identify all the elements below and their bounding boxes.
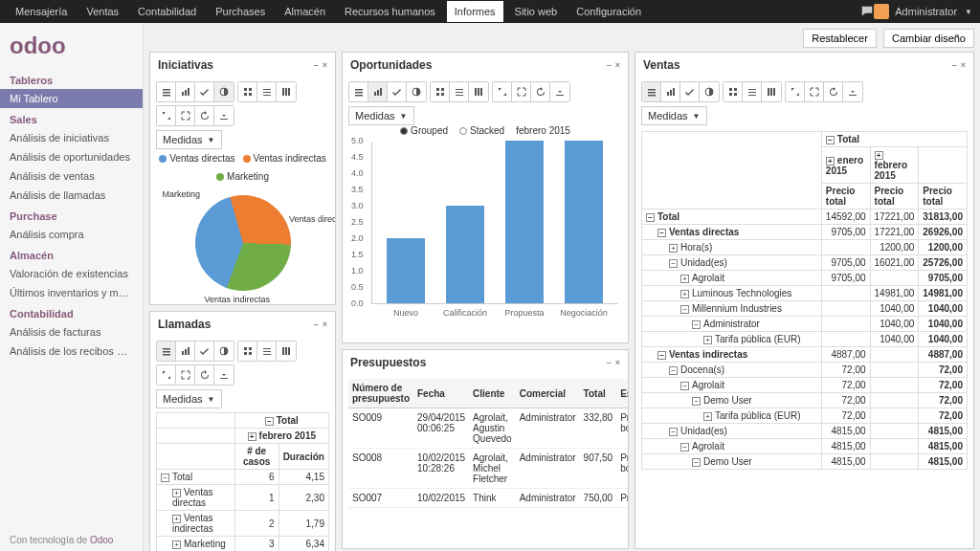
sidebar-item[interactable]: Análisis de los recibos de ... (0, 342, 143, 361)
half-icon[interactable] (700, 82, 719, 101)
svg-rect-41 (436, 88, 439, 91)
grid-icon[interactable] (431, 82, 450, 101)
reset-button[interactable]: Restablecer (803, 29, 877, 48)
menu-ventas[interactable]: Ventas (78, 1, 126, 22)
lines-icon[interactable] (257, 82, 277, 101)
expand-icon[interactable] (157, 106, 176, 125)
cols-icon[interactable] (762, 82, 781, 101)
close-icon[interactable]: × (323, 60, 327, 70)
minimize-icon[interactable]: – (314, 320, 319, 329)
menu-recursos humanos[interactable]: Recursos humanos (337, 1, 443, 22)
svg-rect-35 (355, 92, 363, 94)
change-layout-button[interactable]: Cambiar diseño (883, 29, 974, 48)
cols-icon[interactable] (277, 342, 296, 361)
measures-dropdown[interactable]: Medidas▼ (156, 389, 222, 408)
bar-icon[interactable] (661, 82, 680, 101)
refresh-icon[interactable] (195, 365, 214, 385)
svg-rect-49 (478, 88, 479, 96)
expand-icon[interactable] (493, 82, 512, 101)
svg-rect-64 (748, 95, 756, 96)
menu-sitio web[interactable]: Sitio web (507, 1, 566, 22)
measures-dropdown[interactable]: Medidas▼ (641, 106, 707, 125)
measures-dropdown[interactable]: Medidas▼ (156, 130, 222, 149)
minimize-icon[interactable]: – (607, 60, 612, 70)
full-icon[interactable] (805, 82, 824, 101)
check-icon[interactable] (680, 82, 700, 101)
sidebar-item[interactable]: Análisis de llamadas (0, 186, 143, 205)
menu-contabilidad[interactable]: Contabilidad (130, 1, 204, 22)
panel-title: Presupuestos (350, 356, 426, 369)
menu-almacén[interactable]: Almacén (277, 1, 333, 22)
lines-icon[interactable] (743, 82, 762, 101)
measures-dropdown[interactable]: Medidas▼ (348, 106, 414, 125)
list-icon[interactable] (157, 82, 176, 101)
svg-rect-30 (263, 354, 271, 355)
menu-configuración[interactable]: Configuración (568, 1, 649, 22)
sidebar-item[interactable]: Análisis de facturas (0, 322, 143, 342)
cols-icon[interactable] (277, 82, 296, 101)
minimize-icon[interactable]: – (314, 60, 319, 70)
menu-informes[interactable]: Informes (447, 1, 503, 22)
download-icon[interactable] (214, 106, 234, 125)
table-row[interactable]: SO00710/02/2015ThinkAdministrator750,00P… (348, 489, 628, 508)
half-icon[interactable] (407, 82, 426, 101)
full-icon[interactable] (512, 82, 531, 101)
bar-icon[interactable] (176, 82, 195, 101)
svg-rect-8 (249, 88, 252, 91)
close-icon[interactable]: × (961, 60, 966, 70)
chat-icon[interactable] (860, 5, 874, 18)
grid-icon[interactable] (238, 342, 257, 361)
grid-icon[interactable] (724, 82, 743, 101)
stacked-toggle[interactable]: Stacked (459, 125, 504, 136)
sidebar-item[interactable]: Análisis de iniciativas (0, 128, 143, 147)
download-icon[interactable] (550, 82, 569, 101)
svg-rect-21 (185, 349, 187, 355)
sidebar-item[interactable]: Análisis de oportunidades (0, 147, 143, 166)
close-icon[interactable]: × (615, 358, 620, 367)
half-icon[interactable] (214, 342, 234, 361)
list-icon[interactable] (642, 82, 661, 101)
half-icon[interactable] (214, 82, 234, 101)
svg-rect-18 (163, 351, 170, 353)
check-icon[interactable] (195, 342, 214, 361)
refresh-icon[interactable] (531, 82, 550, 101)
logo: odoo (0, 27, 143, 69)
full-icon[interactable] (176, 365, 195, 385)
menu-purchases[interactable]: Purchases (208, 1, 273, 22)
menu-mensajería[interactable]: Mensajería (8, 1, 75, 22)
list-icon[interactable] (349, 82, 368, 101)
lines-icon[interactable] (257, 342, 277, 361)
expand-icon[interactable] (786, 82, 805, 101)
cols-icon[interactable] (469, 82, 488, 101)
close-icon[interactable]: × (323, 320, 327, 329)
avatar (874, 4, 889, 19)
refresh-icon[interactable] (195, 106, 214, 125)
minimize-icon[interactable]: – (952, 60, 957, 70)
lines-icon[interactable] (450, 82, 469, 101)
table-row[interactable]: SO00810/02/2015 10:28:26Agrolait, Michel… (348, 449, 628, 489)
full-icon[interactable] (176, 106, 195, 125)
refresh-icon[interactable] (824, 82, 843, 101)
side-section: Almacén (0, 244, 143, 264)
minimize-icon[interactable]: – (607, 358, 612, 367)
close-icon[interactable]: × (615, 60, 620, 70)
check-icon[interactable] (388, 82, 407, 101)
expand-icon[interactable] (157, 365, 176, 385)
check-icon[interactable] (195, 82, 214, 101)
table-row[interactable]: SO00929/04/2015 00:06:25Agrolait, Agusti… (348, 408, 628, 449)
calls-pivot: −Total +febrero 2015 # de casosDuración … (156, 412, 329, 551)
grid-icon[interactable] (238, 82, 257, 101)
sidebar-item[interactable]: Análisis de ventas (0, 166, 143, 186)
bar-icon[interactable] (368, 82, 388, 101)
sidebar-item[interactable]: Análisis compra (0, 225, 143, 244)
svg-rect-33 (288, 347, 290, 355)
download-icon[interactable] (843, 82, 862, 101)
download-icon[interactable] (214, 365, 234, 385)
list-icon[interactable] (157, 342, 176, 361)
sidebar-item[interactable]: Mi Tablero (0, 89, 143, 108)
bar-icon[interactable] (176, 342, 195, 361)
sidebar-item[interactable]: Valoración de existencias (0, 264, 143, 283)
grouped-toggle[interactable]: Grouped (400, 125, 448, 136)
user-menu[interactable]: Administrator ▼ (874, 4, 972, 19)
sidebar-item[interactable]: Últimos inventarios y movi... (0, 283, 143, 302)
